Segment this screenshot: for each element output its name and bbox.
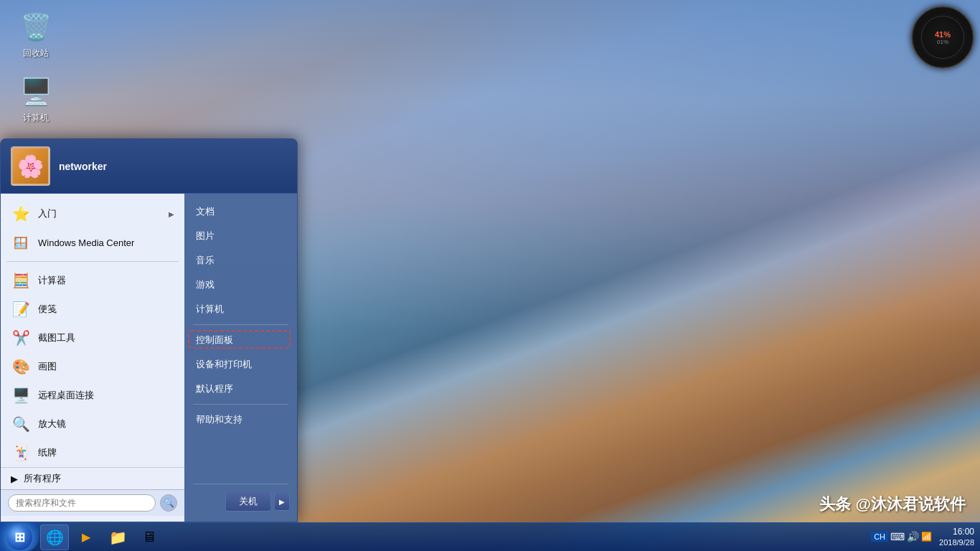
desktop-icon-recycle[interactable]: 🗑️ 回收站 [7,7,65,62]
start-orb: ⊞ [6,524,32,550]
right-item-devices[interactable]: 设备和打印机 [184,352,297,377]
right-separator-3 [193,484,288,484]
right-item-computer[interactable]: 计算机 [184,297,297,321]
snipping-icon: ✂️ [11,328,31,348]
all-programs-arrow: ▶ [11,474,18,484]
disk-percent: 01% [937,39,948,45]
music-label: 音乐 [196,254,215,267]
menu-item-magnifier[interactable]: 🔍 放大镜 [1,410,184,438]
calculator-icon: 🧮 [11,270,31,291]
user-avatar: 🌸 [11,146,50,186]
right-item-pictures[interactable]: 图片 [184,224,297,248]
watermark: 头条 @沐沐君说软件 [819,494,966,515]
menu-separator-1 [6,261,179,262]
intro-label: 入门 [38,207,161,220]
search-button[interactable]: 🔍 [160,494,177,512]
paint-icon: 🎨 [11,357,31,377]
desktop-icon-computer[interactable]: 🖥️ 计算机 [7,72,65,127]
all-programs[interactable]: ▶ 所有程序 [1,467,184,489]
defaults-label: 默认程序 [196,382,233,395]
control-panel-label: 控制面板 [196,334,233,347]
start-menu: 🌸 networker ⭐ 入门 ▶ 🪟 Windows Media Cente… [0,138,298,522]
start-menu-right: 文档 图片 音乐 游戏 计算机 控制面板 [184,194,297,522]
search-input[interactable] [8,494,156,512]
wmc-icon: 🪟 [11,232,31,253]
taskbar: ⊞ 🌐 ▶ 📁 🖥 CH ⌨ 🔊 📶 16:00 2018/9/2 [0,522,980,551]
start-menu-left: ⭐ 入门 ▶ 🪟 Windows Media Center 🧮 计算器 [1,194,184,522]
taskbar-network[interactable]: 🖥 [135,524,164,550]
right-item-documents[interactable]: 文档 [184,199,297,224]
cpu-percent: 41% [935,30,951,39]
all-programs-label: 所有程序 [24,472,61,485]
intro-icon: ⭐ [11,204,31,224]
explorer-icon: 📁 [109,529,127,546]
start-search: 🔍 [1,489,184,516]
system-gauge-widget: 41% 01% [911,6,974,69]
media-icon: ▶ [82,530,90,544]
taskbar-media[interactable]: ▶ [72,524,100,550]
gauge-outer: 41% 01% [911,6,974,69]
gauge-inner: 41% 01% [921,16,964,59]
computer-icon: 🖥️ [19,75,53,109]
snipping-label: 截图工具 [38,331,174,344]
menu-item-notepad[interactable]: 📝 便笺 [1,295,184,324]
devices-label: 设备和打印机 [196,358,252,371]
notepad-icon: 📝 [11,299,31,319]
tray-time: 16:00 [939,527,974,538]
intro-arrow: ▶ [169,210,174,218]
solitaire-label: 纸牌 [38,446,174,459]
menu-item-snipping[interactable]: ✂️ 截图工具 [1,324,184,352]
remote-label: 远程桌面连接 [38,389,174,402]
right-item-games[interactable]: 游戏 [184,273,297,297]
start-menu-header: 🌸 networker [1,139,297,194]
menu-item-remote[interactable]: 🖥️ 远程桌面连接 [1,381,184,410]
notepad-label: 便笺 [38,303,174,316]
shutdown-button[interactable]: 关机 [225,491,271,512]
right-separator [193,324,288,325]
windows-logo: ⊞ [14,529,25,545]
wmc-label: Windows Media Center [38,237,174,248]
computer-label: 计算机 [23,112,49,124]
right-item-help[interactable]: 帮助和支持 [184,408,297,432]
menu-item-paint[interactable]: 🎨 画图 [1,352,184,381]
remote-icon: 🖥️ [11,385,31,405]
shutdown-row: 关机 ▶ [184,487,297,516]
solitaire-icon: 🃏 [11,443,31,463]
start-menu-body: ⭐ 入门 ▶ 🪟 Windows Media Center 🧮 计算器 [1,194,297,522]
games-label: 游戏 [196,278,215,291]
menu-item-wmc[interactable]: 🪟 Windows Media Center [1,228,184,257]
calculator-label: 计算器 [38,274,174,287]
tray-clock[interactable]: 16:00 2018/9/28 [939,527,974,548]
desktop: 🗑️ 回收站 🖥️ 计算机 41% 01% 🌸 networker ⭐ [0,0,980,551]
magnifier-icon: 🔍 [11,414,31,434]
tray-volume-icon[interactable]: 🔊 [907,531,919,542]
menu-item-solitaire[interactable]: 🃏 纸牌 [1,438,184,467]
user-name: networker [59,161,107,172]
shutdown-arrow-button[interactable]: ▶ [274,492,290,511]
pictures-label: 图片 [196,230,215,242]
menu-item-calculator[interactable]: 🧮 计算器 [1,266,184,295]
tray-date: 2018/9/28 [939,537,974,547]
taskbar-explorer[interactable]: 📁 [103,524,132,550]
computer-right-label: 计算机 [196,303,224,316]
right-item-control-panel[interactable]: 控制面板 [184,328,297,352]
menu-item-intro[interactable]: ⭐ 入门 ▶ [1,199,184,228]
paint-label: 画图 [38,360,174,373]
start-button[interactable]: ⊞ [0,523,39,552]
recycle-label: 回收站 [23,47,49,60]
tray-network-icon[interactable]: 📶 [921,532,932,542]
recycle-icon: 🗑️ [19,10,53,44]
right-item-music[interactable]: 音乐 [184,248,297,273]
documents-label: 文档 [196,205,215,218]
right-item-defaults[interactable]: 默认程序 [184,377,297,401]
shutdown-area: 关机 ▶ [184,481,297,516]
magnifier-label: 放大镜 [38,418,174,430]
system-tray: CH ⌨ 🔊 📶 16:00 2018/9/28 [871,527,980,548]
tray-keyboard-icon: ⌨ [890,531,905,542]
tray-icons: CH ⌨ 🔊 📶 [871,531,932,542]
right-separator-2 [193,404,288,405]
help-label: 帮助和支持 [196,413,242,426]
taskbar-ie[interactable]: 🌐 [40,524,69,550]
network-icon: 🖥 [142,529,156,545]
language-indicator[interactable]: CH [871,532,888,542]
